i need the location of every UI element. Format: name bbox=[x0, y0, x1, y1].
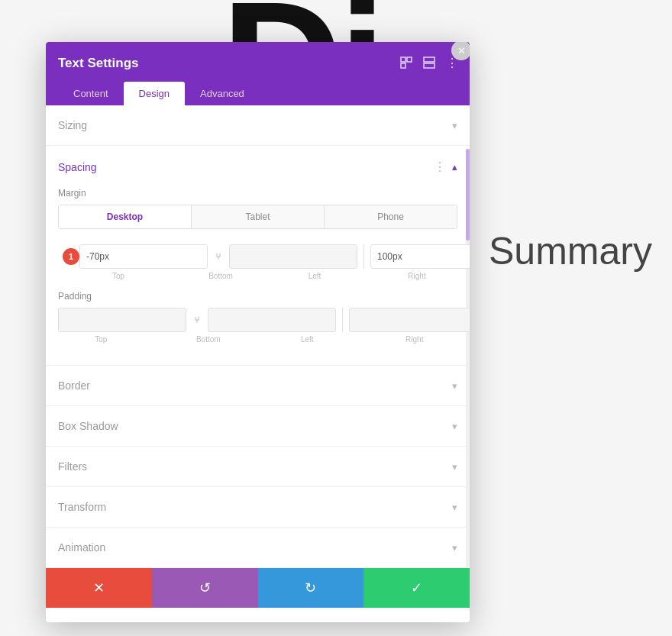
refresh-button[interactable]: ↻ bbox=[258, 568, 364, 608]
box-shadow-chevron-down-icon: ▾ bbox=[452, 421, 457, 432]
margin-top-input[interactable]: -70px bbox=[79, 244, 208, 269]
padding-right-label: Right bbox=[372, 335, 458, 344]
border-chevron-down-icon: ▾ bbox=[452, 380, 457, 392]
device-tabs: Desktop Tablet Phone bbox=[58, 205, 457, 229]
margin-labels: Top Bottom Left Right bbox=[58, 272, 457, 280]
modal-header: Text Settings ⋮ Content Design Advan bbox=[46, 42, 470, 105]
section-sizing-header[interactable]: Sizing ▾ bbox=[46, 105, 470, 145]
section-border-title: Border bbox=[58, 379, 90, 392]
margin-left-input[interactable]: 100px bbox=[370, 244, 470, 269]
section-sizing: Sizing ▾ bbox=[46, 105, 470, 146]
section-filters-header[interactable]: Filters ▾ bbox=[46, 447, 470, 486]
transform-chevron-down-icon: ▾ bbox=[452, 502, 457, 513]
bg-summary: Summary bbox=[489, 229, 652, 273]
layout-icon[interactable] bbox=[421, 54, 438, 71]
padding-link-icon-left[interactable] bbox=[186, 308, 208, 332]
padding-top-input[interactable] bbox=[58, 308, 186, 332]
section-filters: Filters ▾ bbox=[46, 447, 470, 487]
section-filters-title: Filters bbox=[58, 460, 87, 473]
svg-rect-1 bbox=[407, 57, 412, 62]
margin-right-label: Right bbox=[376, 272, 457, 280]
section-sizing-title: Sizing bbox=[58, 119, 87, 131]
padding-label: Padding bbox=[58, 291, 457, 302]
padding-bottom-label: Bottom bbox=[166, 335, 252, 344]
spacing-content: Margin Desktop Tablet Phone 1 -70px bbox=[46, 188, 470, 365]
scrollbar-track bbox=[466, 149, 470, 583]
reset-button[interactable]: ↺ bbox=[152, 568, 258, 608]
section-spacing-title: Spacing bbox=[58, 161, 97, 173]
device-tab-desktop[interactable]: Desktop bbox=[59, 205, 192, 228]
margin-link-icon-left[interactable] bbox=[208, 244, 229, 269]
section-box-shadow-title: Box Shadow bbox=[58, 420, 118, 432]
section-transform-header[interactable]: Transform ▾ bbox=[46, 487, 470, 527]
sizing-chevron-down-icon: ▾ bbox=[452, 120, 457, 131]
spacing-chevron-up-icon: ▴ bbox=[452, 161, 457, 173]
margin-badge: 1 bbox=[63, 248, 79, 265]
section-box-shadow-header[interactable]: Box Shadow ▾ bbox=[46, 406, 470, 446]
svg-rect-4 bbox=[424, 63, 435, 68]
bottom-bar: ✕ ↺ ↻ ✓ bbox=[46, 568, 470, 608]
filters-chevron-down-icon: ▾ bbox=[452, 461, 457, 473]
spacing-dots-icon[interactable]: ⋮ bbox=[434, 160, 446, 174]
svg-rect-0 bbox=[401, 57, 405, 62]
padding-left-right-pair bbox=[349, 308, 470, 332]
margin-bottom-input[interactable] bbox=[229, 244, 357, 269]
section-animation: Animation ▾ bbox=[46, 528, 470, 568]
section-border: Border ▾ bbox=[46, 366, 470, 406]
close-button[interactable]: ✕ bbox=[451, 42, 470, 60]
animation-chevron-down-icon: ▾ bbox=[452, 542, 457, 554]
header-icons: ⋮ bbox=[398, 54, 460, 71]
device-tab-phone[interactable]: Phone bbox=[325, 205, 457, 228]
tabs: Content Design Advanced bbox=[58, 82, 457, 105]
padding-divider bbox=[342, 308, 343, 332]
padding-inputs-row bbox=[58, 308, 457, 332]
text-settings-modal: Text Settings ⋮ Content Design Advan bbox=[46, 42, 470, 622]
scrollbar-thumb[interactable] bbox=[466, 149, 470, 241]
padding-left-label: Left bbox=[264, 335, 351, 344]
margin-top-bottom-pair: -70px bbox=[69, 244, 357, 269]
margin-label: Margin bbox=[58, 188, 457, 199]
device-tab-tablet[interactable]: Tablet bbox=[192, 205, 325, 228]
cancel-button[interactable]: ✕ bbox=[46, 568, 152, 608]
padding-bottom-input[interactable] bbox=[208, 308, 336, 332]
padding-labels: Top Bottom Left Right bbox=[58, 335, 457, 344]
section-transform-title: Transform bbox=[58, 501, 106, 513]
margin-left-right-pair: 100px bbox=[370, 244, 470, 269]
section-border-header[interactable]: Border ▾ bbox=[46, 366, 470, 405]
margin-bottom-label: Bottom bbox=[180, 272, 261, 280]
section-spacing-header[interactable]: Spacing ⋮ ▴ bbox=[46, 146, 470, 188]
padding-top-bottom-pair bbox=[58, 308, 336, 332]
section-spacing: Spacing ⋮ ▴ Margin Desktop Tablet Phone bbox=[46, 146, 470, 366]
modal-body: Sizing ▾ Spacing ⋮ ▴ Margin Deskto bbox=[46, 105, 470, 568]
margin-left-label: Left bbox=[274, 272, 355, 280]
padding-top-label: Top bbox=[58, 335, 144, 344]
tab-advanced[interactable]: Advanced bbox=[185, 82, 260, 105]
margin-top-label: Top bbox=[78, 272, 159, 280]
padding-left-input[interactable] bbox=[349, 308, 470, 332]
tab-content[interactable]: Content bbox=[58, 82, 124, 105]
confirm-button[interactable]: ✓ bbox=[363, 568, 470, 608]
svg-rect-3 bbox=[424, 57, 435, 62]
expand-icon[interactable] bbox=[398, 54, 415, 71]
margin-inputs-row: 1 -70px bbox=[69, 244, 457, 269]
margin-divider bbox=[363, 244, 364, 269]
section-animation-title: Animation bbox=[58, 541, 105, 554]
svg-rect-2 bbox=[401, 63, 405, 68]
tab-design[interactable]: Design bbox=[124, 82, 185, 105]
section-transform: Transform ▾ bbox=[46, 487, 470, 528]
section-box-shadow: Box Shadow ▾ bbox=[46, 406, 470, 447]
section-animation-header[interactable]: Animation ▾ bbox=[46, 528, 470, 567]
